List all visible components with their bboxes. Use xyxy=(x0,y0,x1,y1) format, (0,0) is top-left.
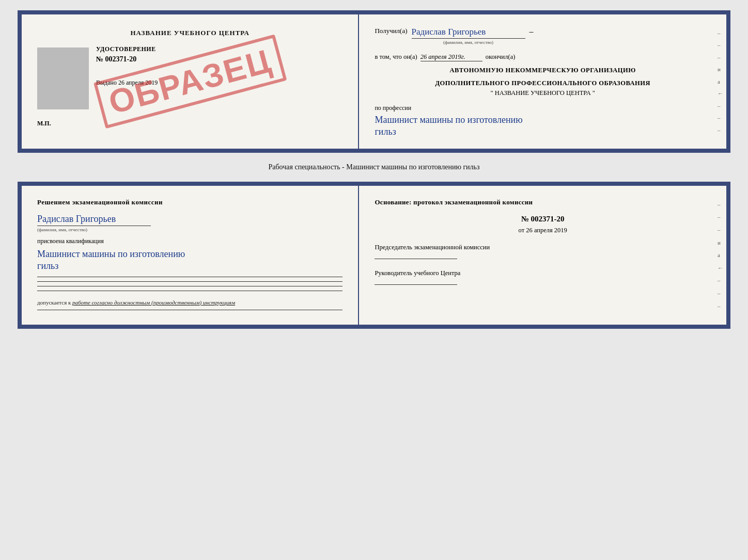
vydano-value: 26 апреля 2019 xyxy=(118,79,158,86)
photo-placeholder xyxy=(37,47,89,109)
b-qual-line1: Машинист машины по изготовлению xyxy=(37,249,185,259)
mp-label: М.П. xyxy=(37,120,342,127)
b-prisvoena: присвоена квалификация xyxy=(37,237,342,245)
recipient-block: Радислав Григорьев (фамилия, имя, отчест… xyxy=(412,27,525,45)
br-rukovoditel: Руководитель учебного Центра xyxy=(375,269,711,277)
b-fio-sub: (фамилия, имя, отчество) xyxy=(37,227,342,232)
vtom-date: 26 апреля 2019г. xyxy=(420,53,482,61)
b-title: Решением экзаменационной комиссии xyxy=(37,198,342,206)
b-line5 xyxy=(37,310,342,310)
recipient-row: Получил(а) Радислав Григорьев (фамилия, … xyxy=(375,27,711,45)
profession-text: Машинист машины по изготовлению гильз xyxy=(375,114,711,138)
br-osnov: Основание: протокол экзаменационной коми… xyxy=(375,198,711,206)
b-name: Радислав Григорьев xyxy=(37,214,151,226)
okonchil: окончил(а) xyxy=(486,53,516,61)
br-ot: от xyxy=(519,227,525,234)
b-line4 xyxy=(37,291,342,291)
b-qual-text: Машинист машины по изготовлению гильз xyxy=(37,248,342,273)
b-qual-line2: гильз xyxy=(37,261,58,271)
org-line2: ДОПОЛНИТЕЛЬНОГО ПРОФЕССИОНАЛЬНОГО ОБРАЗО… xyxy=(375,79,711,87)
cert-date: Выдано 26 апреля 2019 xyxy=(96,79,342,87)
b-dopusk: допускается к работе согласно должностны… xyxy=(37,299,342,306)
vtom-label: в том, что он(а) xyxy=(375,53,417,61)
cert-number: № 002371-20 xyxy=(96,55,342,63)
b-line1 xyxy=(37,277,342,277)
b-dopusk-text: работе согласно должностным (производств… xyxy=(72,299,235,306)
prof-line1: Машинист машины по изготовлению xyxy=(375,115,522,125)
bottom-doc-right: Основание: протокол экзаменационной коми… xyxy=(359,186,726,325)
top-document: НАЗВАНИЕ УЧЕБНОГО ЦЕНТРА УДОСТОВЕРЕНИЕ №… xyxy=(18,10,730,153)
br-predsedatel: Председатель экзаменационной комиссии xyxy=(375,244,711,251)
b-line3 xyxy=(37,286,342,286)
bottom-document: Решением экзаменационной комиссии Радисл… xyxy=(18,182,730,329)
br-date-value: 26 апреля 2019 xyxy=(526,227,567,234)
b-dopusk-label: допускается к xyxy=(37,299,71,306)
cert-text: УДОСТОВЕРЕНИЕ № 002371-20 Выдано 26 апре… xyxy=(96,45,342,87)
br-sign-line2 xyxy=(375,284,457,285)
received-label: Получил(а) xyxy=(375,27,407,35)
br-number: № 002371-20 xyxy=(375,215,711,223)
po-professii: по профессии xyxy=(375,104,711,112)
top-doc-left: НАЗВАНИЕ УЧЕБНОГО ЦЕНТРА УДОСТОВЕРЕНИЕ №… xyxy=(22,14,359,149)
dash: – xyxy=(529,27,534,36)
prof-line2: гильз xyxy=(375,126,396,137)
bottom-doc-left: Решением экзаменационной комиссии Радисл… xyxy=(22,186,359,325)
b-line2 xyxy=(37,281,342,282)
org-name: " НАЗВАНИЕ УЧЕБНОГО ЦЕНТРА " xyxy=(375,89,711,97)
top-doc-right: Получил(а) Радислав Григорьев (фамилия, … xyxy=(359,14,726,149)
top-doc-title: НАЗВАНИЕ УЧЕБНОГО ЦЕНТРА xyxy=(37,29,342,37)
recipient-name: Радислав Григорьев xyxy=(412,27,525,39)
fio-sub: (фамилия, имя, отчество) xyxy=(412,40,525,45)
org-line1: АВТОНОМНУЮ НЕКОММЕРЧЕСКУЮ ОРГАНИЗАЦИЮ xyxy=(375,67,711,74)
specialty-label: Рабочая специальность - Машинист машины … xyxy=(264,161,484,173)
br-sign-line1 xyxy=(375,259,457,259)
b-name-block: Радислав Григорьев (фамилия, имя, отчест… xyxy=(37,214,342,232)
vydano-label: Выдано xyxy=(96,79,117,86)
side-marks: – – – и а ← – – – xyxy=(718,14,723,149)
br-date: от 26 апреля 2019 xyxy=(375,227,711,234)
side-marks-bottom: – – – и а ← – – – xyxy=(718,186,723,325)
cert-label: УДОСТОВЕРЕНИЕ xyxy=(96,45,342,53)
vtom-row: в том, что он(а) 26 апреля 2019г. окончи… xyxy=(375,53,711,61)
